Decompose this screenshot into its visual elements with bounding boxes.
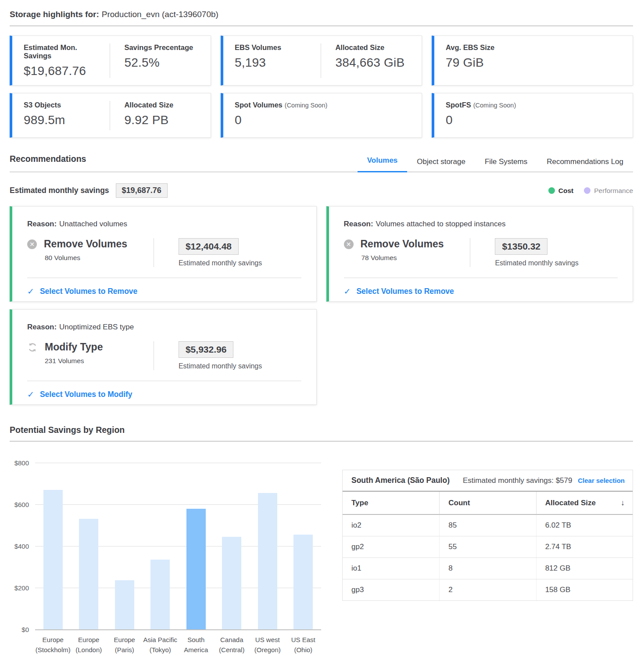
rec-amount: $1350.32 Estimated monthly savings <box>470 238 618 267</box>
bar-slot <box>178 463 214 629</box>
allocated-size-cell: 2.74 TB <box>536 536 633 557</box>
stat-card-spotfs: SpotFS(Coming Soon) 0 <box>432 93 633 138</box>
bar-slot <box>286 463 322 629</box>
stat-label: Avg. EBS Size <box>446 43 622 52</box>
x-axis-label: Europe(Stockholm) <box>35 635 71 657</box>
stat-value: 0 <box>235 113 411 127</box>
bar-europe-stockholm-[interactable] <box>43 490 63 629</box>
column-header-label: Allocated Size <box>545 499 596 507</box>
rec-action: Modify Type 231 Volumes <box>27 341 154 370</box>
stat-spotfs: SpotFS(Coming Soon) 0 <box>446 101 622 130</box>
refresh-icon <box>27 342 38 353</box>
select-volumes-to-modify-link[interactable]: ✓ Select Volumes to Modify <box>27 381 301 408</box>
bar-europe-paris-[interactable] <box>115 580 134 629</box>
amount-value: $5,932.96 <box>179 341 233 358</box>
table-row-gp3[interactable]: gp32158 GB <box>343 579 633 600</box>
count-cell: 55 <box>439 536 536 557</box>
count-cell: 8 <box>439 558 536 579</box>
stat-spot-volumes: Spot Volumes(Coming Soon) 0 <box>235 101 411 130</box>
chart-bars <box>35 463 321 629</box>
arrow-down-icon[interactable]: ↓ <box>621 498 625 507</box>
recommendations-tabs: VolumesObject storageFile SystemsRecomme… <box>358 156 633 171</box>
stat-label: S3 Objects <box>24 101 105 109</box>
stat-cards-grid: Estimated Mon. Savings $19,687.76 Saving… <box>10 36 633 138</box>
check-icon: ✓ <box>27 389 34 400</box>
account-name: Production_evn (act-1396070b) <box>102 10 218 19</box>
check-icon: ✓ <box>27 286 34 296</box>
allocated-size-cell: 812 GB <box>536 558 633 579</box>
stat-value: 79 GiB <box>446 56 622 70</box>
region-detail-table: South America (São Paulo) Estimated mont… <box>342 470 633 601</box>
select-volumes-to-remove-link[interactable]: ✓ Select Volumes to Remove <box>344 278 618 305</box>
table-body: io2856.02 TBgp2552.74 TBio18812 GBgp3215… <box>343 515 633 600</box>
stat-avg-ebs-size: Avg. EBS Size 79 GiB <box>446 43 622 78</box>
bar-europe-london-[interactable] <box>79 519 98 629</box>
type-cell: gp3 <box>343 579 439 600</box>
volume-count: 80 Volumes <box>45 254 154 262</box>
table-row-io2[interactable]: io2856.02 TB <box>343 515 633 536</box>
region-section-title: Potential Savings by Region <box>10 425 633 435</box>
stat-s3-objects: S3 Objects 989.5m <box>24 101 105 130</box>
allocated-size-cell: 6.02 TB <box>536 515 633 536</box>
rec-action: ✕ Remove Volumes 80 Volumes <box>27 238 154 267</box>
bar-slot <box>214 463 250 629</box>
select-volumes-to-remove-link[interactable]: ✓ Select Volumes to Remove <box>27 278 301 305</box>
clear-selection-link[interactable]: Clear selection <box>578 477 625 484</box>
amount-caption: Estimated monthly savings <box>495 259 618 267</box>
reason-text: Volumes attached to stopped instances <box>376 220 506 228</box>
region-content-row: $800$600$400$200$0 Europe(Stockholm)Euro… <box>10 442 633 657</box>
stat-label: Spot Volumes(Coming Soon) <box>235 101 411 109</box>
column-header-allocated-size[interactable]: Allocated Size ↓ <box>536 492 633 514</box>
stat-value: 0 <box>446 113 622 127</box>
region-savings-text: Estimated monthly savings: $579 <box>463 476 572 485</box>
amount-caption: Estimated monthly savings <box>179 259 301 267</box>
volume-count: 78 Volumes <box>361 254 470 262</box>
recommendations-title: Recommendations <box>10 154 86 171</box>
rec-card-body: ✕ Remove Volumes 80 Volumes $12,404.48 E… <box>27 238 301 267</box>
table-row-io1[interactable]: io18812 GB <box>343 558 633 579</box>
legend-item-performance: Performance <box>584 187 633 195</box>
bar-us-west-oregon-[interactable] <box>258 493 277 629</box>
chart-plot-area: $800$600$400$200$0 <box>35 463 321 629</box>
rec-card-stopped-instances: Reason:Volumes attached to stopped insta… <box>326 206 633 302</box>
stat-label: EBS Volumes <box>235 43 316 52</box>
action-title: Modify Type <box>45 341 103 353</box>
bar-us-east-ohio-[interactable] <box>293 535 313 629</box>
tab-file-systems[interactable]: File Systems <box>475 157 537 172</box>
legend-dot-icon <box>584 187 590 194</box>
y-axis-tick: $0 <box>10 626 29 633</box>
stat-value: $19,687.76 <box>24 64 105 78</box>
table-row-gp2[interactable]: gp2552.74 TB <box>343 536 633 558</box>
column-header-type[interactable]: Type <box>343 492 439 514</box>
tab-volumes[interactable]: Volumes <box>358 156 408 172</box>
stat-estimated-mon-savings: Estimated Mon. Savings $19,687.76 <box>24 43 105 78</box>
tab-recommendations-log[interactable]: Recommendations Log <box>537 157 633 172</box>
selected-region-name: South America (São Paulo) <box>351 476 450 485</box>
stat-value: 5,193 <box>235 56 316 70</box>
x-axis-label: US west(Oregon) <box>250 635 286 657</box>
type-cell: io2 <box>343 515 439 536</box>
remove-circle-icon: ✕ <box>344 239 354 249</box>
amount-caption: Estimated monthly savings <box>179 362 301 370</box>
chart-x-axis-labels: Europe(Stockholm)Europe(London)Europe(Pa… <box>35 635 321 657</box>
rec-card-unoptimized-ebs-type: Reason:Unoptimized EBS type Mo <box>10 309 317 405</box>
page-title: Storage highlights for:Production_evn (a… <box>10 7 633 19</box>
bar-asia-pacific-tokyo-[interactable] <box>150 560 170 629</box>
savings-summary-row: Estimated monthly savings $19,687.76 Cos… <box>10 183 633 198</box>
reason-line: Reason:Volumes attached to stopped insta… <box>344 220 618 229</box>
column-header-count[interactable]: Count <box>439 492 536 514</box>
amount-value: $1350.32 <box>495 238 547 255</box>
tab-object-storage[interactable]: Object storage <box>407 157 475 172</box>
x-axis-label: Canada(Central) <box>214 635 250 657</box>
storage-dashboard: Storage highlights for:Production_evn (a… <box>0 0 644 657</box>
bar-south-america-s-o-paulo-[interactable] <box>186 509 206 629</box>
bar-slot <box>107 463 143 629</box>
stat-card-avg-ebs-size: Avg. EBS Size 79 GiB <box>432 36 633 86</box>
savings-summary-value: $19,687.76 <box>116 183 168 198</box>
rec-card-body: ✕ Remove Volumes 78 Volumes $1350.32 Est… <box>344 238 618 267</box>
stat-card-spot-volumes: Spot Volumes(Coming Soon) 0 <box>221 93 422 138</box>
legend-label: Performance <box>594 187 633 195</box>
legend-label: Cost <box>558 187 573 195</box>
bar-canada-central-[interactable] <box>222 537 241 629</box>
action-title: Remove Volumes <box>361 238 444 250</box>
